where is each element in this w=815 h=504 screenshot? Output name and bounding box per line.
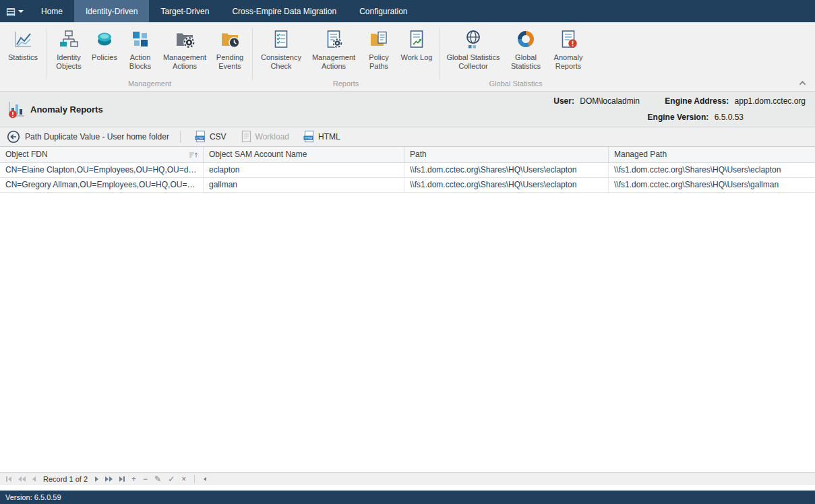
engine-version-label: Engine Version: bbox=[648, 113, 709, 122]
csv-icon: CSV bbox=[194, 130, 206, 144]
hscroll-left-arrow[interactable] bbox=[200, 473, 210, 485]
report-toolbar: Path Duplicate Value - User home folder … bbox=[0, 127, 815, 147]
html-export-button[interactable]: HTM HTML bbox=[296, 128, 347, 146]
tab-identity-driven[interactable]: Identity-Driven bbox=[74, 0, 149, 22]
engine-info-line-2: Engine Version: 6.5.0.53 bbox=[648, 109, 744, 125]
status-bar: Version: 6.5.0.59 bbox=[0, 491, 815, 504]
nav-append-record-button[interactable]: + bbox=[128, 473, 140, 485]
ribbon-button-label: Management Actions bbox=[307, 53, 361, 71]
ribbon-button-label: Action Blocks bbox=[121, 53, 159, 71]
engine-info: User: DOM\localadmin Engine Address: app… bbox=[553, 93, 806, 125]
doc-checklist-icon bbox=[270, 28, 292, 50]
form-spacer bbox=[0, 485, 815, 491]
ribbon-button-management-actions-report[interactable]: Management Actions bbox=[307, 24, 361, 71]
hscroll-track[interactable] bbox=[210, 473, 815, 485]
ribbon-button-label: Global Statistics Collector bbox=[442, 53, 504, 71]
table-row[interactable]: CN=Elaine Clapton,OU=Employees,OU=HQ,OU=… bbox=[0, 163, 815, 178]
doc-chart-icon bbox=[406, 28, 427, 50]
column-header-label: Managed Path bbox=[614, 147, 667, 162]
grid-empty-area bbox=[0, 193, 815, 472]
app-menu-button[interactable]: ▤ bbox=[0, 0, 30, 22]
column-header-label: Path bbox=[410, 147, 427, 162]
ribbon-group-label: Global Statistics bbox=[442, 79, 589, 91]
html-button-label: HTML bbox=[318, 132, 340, 141]
ribbon-button-global-statistics-collector[interactable]: Global Statistics Collector bbox=[442, 24, 504, 71]
nav-cancel-edit-button[interactable]: × bbox=[178, 473, 189, 485]
ribbon-button-label: Statistics bbox=[8, 53, 38, 71]
ribbon-button-label: Work Log bbox=[401, 53, 433, 71]
folder-clock-icon bbox=[219, 28, 241, 50]
user-label: User: bbox=[553, 96, 574, 106]
nav-next-record-button[interactable] bbox=[92, 473, 102, 485]
cell-path: \\fs1.dom.cctec.org\Shares\HQ\Users\ecla… bbox=[404, 178, 609, 192]
tab-cross-empire-data-migration[interactable]: Cross-Empire Data Migration bbox=[220, 0, 348, 22]
csv-button-label: CSV bbox=[210, 132, 227, 141]
engine-version-value: 6.5.0.53 bbox=[715, 113, 744, 122]
table-row[interactable]: CN=Gregory Allman,OU=Employees,OU=HQ,OU=… bbox=[0, 178, 815, 193]
column-header-object-sam-account-name[interactable]: Object SAM Account Name bbox=[204, 147, 404, 162]
page-header: Anomaly Reports User: DOM\localadmin Eng… bbox=[0, 92, 815, 127]
nav-last-record-button[interactable] bbox=[116, 473, 128, 485]
nav-previous-record-button[interactable] bbox=[29, 473, 39, 485]
ribbon-button-management-actions[interactable]: Management Actions bbox=[159, 24, 210, 71]
column-header-managed-path[interactable]: Managed Path bbox=[609, 147, 815, 162]
nav-previous-page-button[interactable] bbox=[15, 473, 29, 485]
ribbon-button-statistics[interactable]: Statistics bbox=[2, 24, 44, 71]
ribbon-button-global-statistics[interactable]: Global Statistics bbox=[504, 24, 547, 71]
ribbon-button-consistency-check[interactable]: Consistency Check bbox=[255, 24, 307, 71]
sort-ascending-icon[interactable] bbox=[189, 151, 198, 159]
cell-object-sam-account-name: eclapton bbox=[204, 163, 404, 177]
page-title: Anomaly Reports bbox=[30, 104, 103, 115]
nav-edit-record-button[interactable]: ✎ bbox=[151, 473, 164, 485]
policies-icon bbox=[94, 28, 115, 50]
engine-address-value: app1.dom.cctec.org bbox=[735, 96, 806, 106]
nav-next-page-button[interactable] bbox=[102, 473, 116, 485]
ribbon-button-label: Global Statistics bbox=[504, 53, 547, 71]
ribbon-button-policies[interactable]: Policies bbox=[88, 24, 121, 71]
record-navigator: Record 1 of 2 + − ✎ ✓ × bbox=[0, 472, 815, 485]
divider bbox=[180, 131, 181, 143]
ribbon-button-work-log[interactable]: Work Log bbox=[397, 24, 436, 71]
results-grid: Object FDN Object SAM Account Name Path … bbox=[0, 147, 815, 472]
ribbon-button-anomaly-reports[interactable]: Anomaly Reports bbox=[547, 24, 589, 71]
ribbon-group-label: Reports bbox=[255, 79, 436, 91]
back-button[interactable]: Path Duplicate Value - User home folder bbox=[5, 129, 173, 145]
nav-first-record-button[interactable] bbox=[3, 473, 15, 485]
ribbon-button-policy-paths[interactable]: Policy Paths bbox=[361, 24, 397, 71]
doc-gear-icon bbox=[323, 28, 344, 50]
ribbon-group-divider bbox=[439, 28, 440, 80]
record-count-label: Record 1 of 2 bbox=[43, 475, 88, 483]
anomaly-reports-title-icon bbox=[7, 100, 26, 119]
folder-gear-icon bbox=[174, 28, 195, 50]
workload-icon bbox=[240, 130, 252, 144]
ribbon-collapse-chevron-icon[interactable] bbox=[797, 79, 807, 87]
ribbon-group-divider bbox=[252, 28, 253, 80]
tab-home[interactable]: Home bbox=[30, 0, 74, 22]
ribbon-button-label: Pending Events bbox=[210, 53, 249, 71]
column-header-object-fdn[interactable]: Object FDN bbox=[0, 147, 204, 162]
engine-address-label: Engine Address: bbox=[665, 96, 729, 106]
ribbon-group-label bbox=[2, 87, 44, 91]
column-header-path[interactable]: Path bbox=[404, 147, 609, 162]
org-chart-icon bbox=[58, 28, 80, 50]
cell-object-sam-account-name: gallman bbox=[204, 178, 404, 192]
ribbon-button-label: Anomaly Reports bbox=[547, 53, 589, 71]
csv-export-button[interactable]: CSV CSV bbox=[187, 128, 233, 146]
ribbon-group-management: Identity Objects Policies bbox=[48, 22, 251, 91]
ribbon-button-identity-objects[interactable]: Identity Objects bbox=[50, 24, 88, 71]
divider bbox=[194, 475, 195, 483]
top-menu-bar: ▤ Home Identity-Driven Target-Driven Cro… bbox=[0, 0, 815, 22]
report-name-label: Path Duplicate Value - User home folder bbox=[25, 132, 169, 141]
ribbon-button-label: Management Actions bbox=[159, 53, 210, 71]
ribbon-button-label: Policy Paths bbox=[361, 53, 397, 71]
nav-delete-record-button[interactable]: − bbox=[140, 473, 151, 485]
tab-target-driven[interactable]: Target-Driven bbox=[149, 0, 220, 22]
ribbon-button-action-blocks[interactable]: Action Blocks bbox=[121, 24, 159, 71]
workload-export-button[interactable]: Workload bbox=[233, 128, 296, 146]
table-header: Object FDN Object SAM Account Name Path … bbox=[0, 147, 815, 163]
tab-configuration[interactable]: Configuration bbox=[348, 0, 419, 22]
ribbon-button-pending-events[interactable]: Pending Events bbox=[210, 24, 249, 71]
ribbon: Statistics Identity Objects bbox=[0, 22, 815, 92]
svg-text:CSV: CSV bbox=[196, 136, 204, 140]
nav-end-edit-button[interactable]: ✓ bbox=[164, 473, 178, 485]
